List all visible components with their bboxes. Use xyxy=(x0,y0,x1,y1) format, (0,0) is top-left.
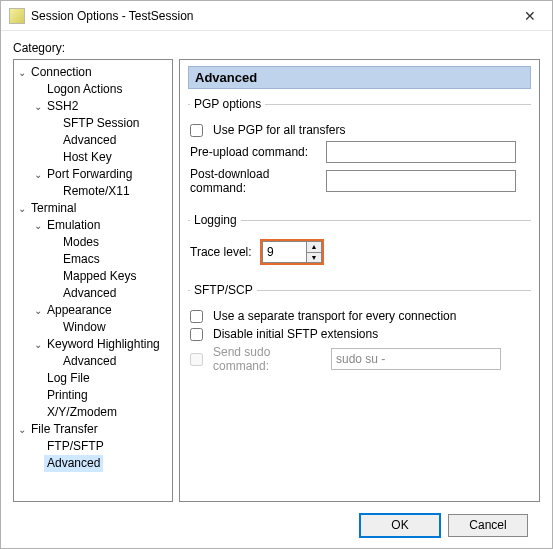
chevron-down-icon: ⌄ xyxy=(32,336,44,353)
tree-xyzmodem[interactable]: X/Y/Zmodem xyxy=(16,404,170,421)
chevron-down-icon: ⌄ xyxy=(32,166,44,183)
disable-ext-checkbox[interactable] xyxy=(190,328,203,341)
post-download-label: Post-download command: xyxy=(190,167,320,195)
tree-appearance[interactable]: ⌄Appearance xyxy=(16,302,170,319)
tree-port-forwarding[interactable]: ⌄Port Forwarding xyxy=(16,166,170,183)
settings-panel: Advanced PGP options Use PGP for all tra… xyxy=(179,59,540,502)
tree-log-file[interactable]: Log File xyxy=(16,370,170,387)
dialog-footer: OK Cancel xyxy=(13,502,540,548)
tree-connection[interactable]: ⌄Connection xyxy=(16,64,170,81)
close-button[interactable]: ✕ xyxy=(507,1,552,30)
trace-level-label: Trace level: xyxy=(190,245,254,259)
pre-upload-input[interactable] xyxy=(326,141,516,163)
content-area: Category: ⌄Connection Logon Actions ⌄SSH… xyxy=(1,31,552,548)
category-tree[interactable]: ⌄Connection Logon Actions ⌄SSH2 SFTP Ses… xyxy=(13,59,173,502)
chevron-down-icon: ⌄ xyxy=(16,64,28,81)
chevron-down-icon: ⌄ xyxy=(16,200,28,217)
tree-remote-x11[interactable]: Remote/X11 xyxy=(16,183,170,200)
trace-level-input[interactable] xyxy=(262,241,306,263)
close-icon: ✕ xyxy=(524,8,536,24)
sftp-legend: SFTP/SCP xyxy=(190,283,257,297)
tree-sftp-session[interactable]: SFTP Session xyxy=(16,115,170,132)
pgp-options-group: PGP options Use PGP for all transfers Pr… xyxy=(188,97,531,203)
pre-upload-label: Pre-upload command: xyxy=(190,145,320,159)
tree-advanced-ssh2[interactable]: Advanced xyxy=(16,132,170,149)
tree-window[interactable]: Window xyxy=(16,319,170,336)
tree-advanced-ft[interactable]: Advanced xyxy=(16,455,170,472)
trace-level-spinner[interactable]: ▲ ▼ xyxy=(306,241,322,263)
tree-emulation[interactable]: ⌄Emulation xyxy=(16,217,170,234)
tree-advanced-kw[interactable]: Advanced xyxy=(16,353,170,370)
spinner-up-icon[interactable]: ▲ xyxy=(307,242,321,253)
chevron-down-icon: ⌄ xyxy=(16,421,28,438)
post-download-input[interactable] xyxy=(326,170,516,192)
tree-file-transfer[interactable]: ⌄File Transfer xyxy=(16,421,170,438)
spinner-down-icon[interactable]: ▼ xyxy=(307,253,321,263)
title-bar: Session Options - TestSession ✕ xyxy=(1,1,552,31)
chevron-down-icon: ⌄ xyxy=(32,98,44,115)
tree-mapped-keys[interactable]: Mapped Keys xyxy=(16,268,170,285)
ok-button[interactable]: OK xyxy=(360,514,440,537)
window-title: Session Options - TestSession xyxy=(31,9,507,23)
sftp-scp-group: SFTP/SCP Use a separate transport for ev… xyxy=(188,283,531,381)
panel-header: Advanced xyxy=(188,66,531,89)
use-pgp-label: Use PGP for all transfers xyxy=(213,123,346,137)
dialog-window: Session Options - TestSession ✕ Category… xyxy=(0,0,553,549)
category-label: Category: xyxy=(13,41,540,55)
separate-transport-label: Use a separate transport for every conne… xyxy=(213,309,456,323)
tree-advanced-emul[interactable]: Advanced xyxy=(16,285,170,302)
tree-modes[interactable]: Modes xyxy=(16,234,170,251)
chevron-down-icon: ⌄ xyxy=(32,302,44,319)
chevron-down-icon: ⌄ xyxy=(32,217,44,234)
tree-ssh2[interactable]: ⌄SSH2 xyxy=(16,98,170,115)
tree-ftp-sftp[interactable]: FTP/SFTP xyxy=(16,438,170,455)
pgp-legend: PGP options xyxy=(190,97,265,111)
logging-legend: Logging xyxy=(190,213,241,227)
panels: ⌄Connection Logon Actions ⌄SSH2 SFTP Ses… xyxy=(13,59,540,502)
tree-host-key[interactable]: Host Key xyxy=(16,149,170,166)
send-sudo-input xyxy=(331,348,501,370)
use-pgp-checkbox[interactable] xyxy=(190,124,203,137)
trace-level-highlight: ▲ ▼ xyxy=(260,239,324,265)
send-sudo-label: Send sudo command: xyxy=(213,345,325,373)
app-icon xyxy=(9,8,25,24)
disable-ext-label: Disable initial SFTP extensions xyxy=(213,327,378,341)
tree-keyword-hl[interactable]: ⌄Keyword Highlighting xyxy=(16,336,170,353)
tree-emacs[interactable]: Emacs xyxy=(16,251,170,268)
send-sudo-checkbox xyxy=(190,353,203,366)
cancel-button[interactable]: Cancel xyxy=(448,514,528,537)
logging-group: Logging Trace level: ▲ ▼ xyxy=(188,213,531,273)
separate-transport-checkbox[interactable] xyxy=(190,310,203,323)
tree-printing[interactable]: Printing xyxy=(16,387,170,404)
tree-terminal[interactable]: ⌄Terminal xyxy=(16,200,170,217)
tree-logon-actions[interactable]: Logon Actions xyxy=(16,81,170,98)
